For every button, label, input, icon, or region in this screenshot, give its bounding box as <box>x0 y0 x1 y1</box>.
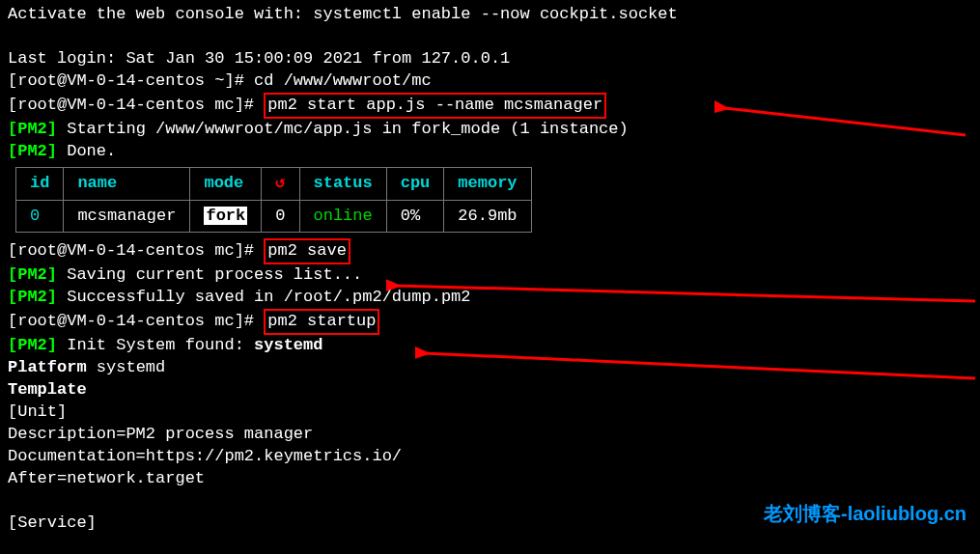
prompt-line-cd: [root@VM-0-14-centos ~]# cd /www/wwwroot… <box>8 70 972 93</box>
pm2-starting: [PM2] Starting /www/wwwroot/mc/app.js in… <box>8 119 972 141</box>
cell-mode: fork <box>190 200 262 233</box>
col-name: name <box>64 167 190 200</box>
platform-label: Platform <box>8 358 87 376</box>
col-cpu: cpu <box>386 167 444 200</box>
cell-status: online <box>299 200 386 233</box>
watermark-text: 老刘博客-laoliublog.cn <box>764 501 966 527</box>
blank-line <box>8 26 972 48</box>
pm2-tag: [PM2] <box>8 288 57 306</box>
pm2-tag: [PM2] <box>8 336 57 354</box>
pm2-saved-text: Successfully saved in /root/.pm2/dump.pm… <box>57 288 470 306</box>
cmd-pm2-startup-highlight: pm2 startup <box>264 309 379 335</box>
pm2-init-found: [PM2] Init System found: systemd <box>8 335 972 357</box>
init-found-pre: Init System found: <box>57 336 254 354</box>
col-memory: memory <box>444 167 531 200</box>
desc-line: Description=PM2 process manager <box>8 424 972 446</box>
cell-cpu: 0% <box>386 200 444 233</box>
prompt-line-pm2-start: [root@VM-0-14-centos mc]# pm2 start app.… <box>8 93 972 119</box>
console-activate-msg: Activate the web console with: systemctl… <box>8 4 972 26</box>
prompt-line-pm2-save: [root@VM-0-14-centos mc]# pm2 save <box>8 238 972 264</box>
cmd-cd: cd /www/wwwroot/mc <box>254 71 432 90</box>
shell-prompt: [root@VM-0-14-centos ~]# <box>8 71 254 90</box>
pm2-saved: [PM2] Successfully saved in /root/.pm2/d… <box>8 287 972 309</box>
docs-line: Documentation=https://pm2.keymetrics.io/ <box>8 446 972 468</box>
cmd-pm2-start-highlight: pm2 start app.js --name mcsmanager <box>264 93 606 119</box>
pm2-done-text: Done. <box>57 142 116 160</box>
unit-section: [Unit] <box>8 402 972 424</box>
col-id: id <box>16 167 64 200</box>
shell-prompt: [root@VM-0-14-centos mc]# <box>8 312 264 330</box>
cell-memory: 26.9mb <box>444 200 531 233</box>
col-restart: ↺ <box>262 167 299 200</box>
pm2-starting-text: Starting /www/wwwroot/mc/app.js in fork_… <box>57 120 629 138</box>
cell-restart: 0 <box>262 200 299 233</box>
col-mode: mode <box>190 167 262 200</box>
cell-id: 0 <box>16 200 64 233</box>
shell-prompt: [root@VM-0-14-centos mc]# <box>8 241 264 260</box>
last-login: Last login: Sat Jan 30 15:00:09 2021 fro… <box>8 48 972 70</box>
table-row: 0 mcsmanager fork 0 online 0% 26.9mb <box>16 200 532 233</box>
platform-line: Platform systemd <box>8 357 972 379</box>
pm2-tag: [PM2] <box>8 120 57 138</box>
pm2-saving-text: Saving current process list... <box>57 265 362 284</box>
template-line: Template <box>8 379 972 402</box>
after-line: After=network.target <box>8 468 972 490</box>
col-status: status <box>299 167 386 200</box>
restart-icon: ↺ <box>275 174 285 192</box>
prompt-line-pm2-startup: [root@VM-0-14-centos mc]# pm2 startup <box>8 309 972 335</box>
pm2-saving: [PM2] Saving current process list... <box>8 264 972 287</box>
shell-prompt: [root@VM-0-14-centos mc]# <box>8 96 264 114</box>
init-found-val: systemd <box>254 336 322 354</box>
pm2-process-table: id name mode ↺ status cpu memory 0 mcsma… <box>15 167 532 234</box>
pm2-tag: [PM2] <box>8 265 57 284</box>
cmd-pm2-save-highlight: pm2 save <box>264 238 350 264</box>
table-header-row: id name mode ↺ status cpu memory <box>16 167 532 200</box>
cell-name: mcsmanager <box>64 200 190 233</box>
mode-badge: fork <box>204 207 247 225</box>
pm2-done: [PM2] Done. <box>8 141 972 163</box>
platform-val: systemd <box>87 358 166 376</box>
pm2-tag: [PM2] <box>8 142 57 160</box>
